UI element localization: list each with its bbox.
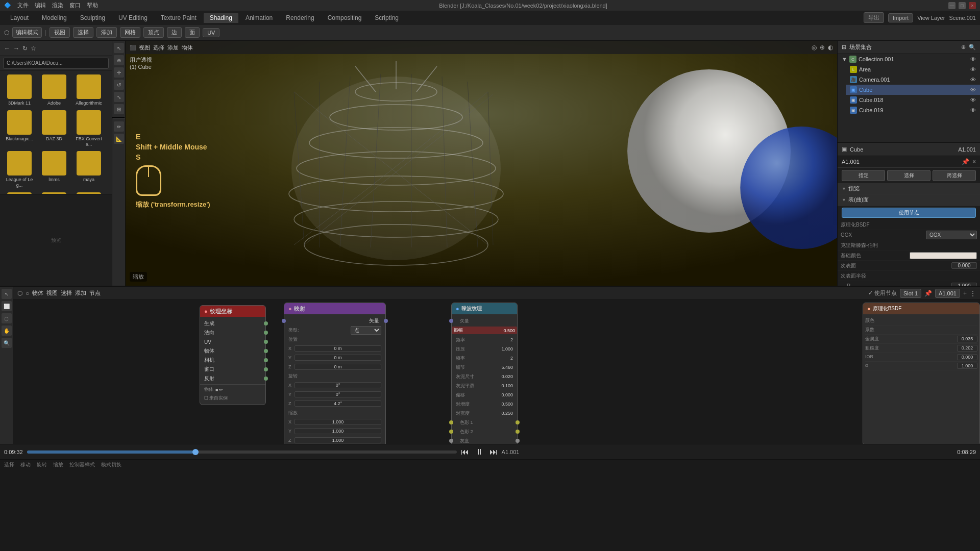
surface-section[interactable]: 表(曲)面 [838, 194, 980, 206]
node-canvas[interactable]: ● 纹理坐标 生成 法向 UV [13, 300, 980, 444]
cursor-tool[interactable]: ⊕ [114, 55, 124, 65]
mapping-sz-val[interactable]: 1.000 [295, 437, 381, 443]
texture-coord-node[interactable]: ● 纹理坐标 生成 法向 UV [200, 305, 266, 405]
file-item[interactable]: Blackmagic... [4, 110, 35, 147]
timeline-bar[interactable] [27, 450, 457, 454]
measure-tool[interactable]: 📐 [114, 134, 124, 144]
node-add-menu[interactable]: 添加 [75, 289, 86, 297]
tab-shading[interactable]: Shading [204, 13, 238, 23]
mapping-rz-val[interactable]: 4.2° [295, 400, 381, 407]
close-button[interactable]: × [969, 2, 976, 9]
edit-mode-select[interactable]: 编辑模式 [12, 27, 42, 38]
mat-x-icon[interactable]: × [972, 158, 976, 165]
node-zoom[interactable]: 🔍 [2, 338, 12, 348]
noise-out1-socket[interactable] [516, 420, 520, 424]
noise-in-socket[interactable] [449, 319, 453, 323]
outliner-item-camera[interactable]: 🎥 Camera.001 👁 [846, 74, 980, 85]
sub-r-value[interactable]: 1.000 [951, 283, 977, 286]
tc-generate-socket[interactable] [264, 321, 268, 325]
back-icon[interactable]: ← [4, 45, 10, 52]
mapping-sy-val[interactable]: 1.000 [295, 428, 381, 434]
annotate-tool[interactable]: ✏ [114, 121, 124, 132]
noise-color2-socket-in[interactable] [449, 430, 453, 434]
shading-select[interactable]: GGX [926, 231, 977, 239]
camera-visibility[interactable]: 👁 [970, 77, 976, 83]
base-color-row[interactable]: 基础颜色 [838, 251, 980, 261]
uv-button[interactable]: UV [203, 28, 219, 37]
play-backward-button[interactable]: ⏮ [461, 447, 469, 457]
vp-object-menu[interactable]: 物体 [182, 44, 193, 52]
node-pin-icon[interactable]: 📌 [924, 290, 932, 297]
node-view-menu[interactable]: 视图 [46, 289, 58, 297]
add-button[interactable]: 添加 [96, 27, 117, 38]
tc-reflect-socket[interactable] [264, 377, 268, 381]
vp-add-menu[interactable]: 添加 [167, 44, 179, 52]
mapping-sx-val[interactable]: 1.000 [295, 419, 381, 425]
material-name-field[interactable]: A1.001 [842, 159, 959, 165]
outliner-item-cube019[interactable]: ▣ Cube.019 👁 [846, 105, 980, 115]
bookmark-icon[interactable]: ☆ [31, 45, 36, 52]
tc-uv-socket[interactable] [264, 340, 268, 344]
cube018-visibility[interactable]: 👁 [970, 97, 976, 103]
file-item[interactable]: lmms [39, 151, 69, 188]
mapping-y-val[interactable]: 0 m [295, 355, 381, 361]
vp-shading-icon[interactable]: ◐ [828, 44, 833, 51]
face-button[interactable]: 面 [185, 27, 200, 38]
mesh-button[interactable]: 网格 [120, 27, 140, 38]
slot-select[interactable]: Slot 1 [900, 289, 921, 298]
rotate-tool[interactable]: ↺ [114, 80, 124, 90]
deselect-button[interactable]: 跨选择 [933, 170, 976, 181]
maximize-button[interactable]: □ [959, 2, 966, 9]
node-box-select[interactable]: ⬜ [2, 301, 12, 311]
outliner-item-cube018[interactable]: ▣ Cube.018 👁 [846, 95, 980, 105]
node-node-menu[interactable]: 节点 [89, 289, 101, 297]
outliner-item-cube[interactable]: ▣ Cube 👁 [846, 85, 980, 95]
path-bar[interactable]: C:\Users\KOALA\Docu... [3, 58, 109, 69]
outliner-item-collection[interactable]: ▼ C Collection.001 👁 [838, 54, 980, 64]
tab-animation[interactable]: Animation [239, 13, 279, 23]
minimize-button[interactable]: — [948, 2, 955, 9]
play-forward-button[interactable]: ⏭ [489, 447, 498, 457]
use-nodes-button[interactable]: 使用节点 [842, 208, 976, 218]
refresh-icon[interactable]: ↻ [22, 45, 28, 52]
transform-tool[interactable]: ⊞ [114, 104, 124, 114]
menu-window[interactable]: 窗口 [69, 2, 81, 9]
tab-rendering[interactable]: Rendering [280, 13, 320, 23]
vertex-button[interactable]: 顶点 [143, 27, 164, 38]
light-visibility[interactable]: 👁 [970, 66, 976, 72]
noise-node[interactable]: ● 噪波纹理 矢量 振幅 0.500 频率 [451, 303, 518, 444]
noise-grey-socket-in[interactable] [449, 439, 453, 443]
timeline-handle[interactable] [192, 449, 199, 455]
select-button[interactable]: 选择 [73, 27, 93, 38]
tc-normal-socket[interactable] [264, 331, 268, 335]
preview-section[interactable]: 预览 [838, 183, 980, 194]
play-button[interactable]: ⏸ [475, 447, 483, 457]
mapping-node[interactable]: ● 映射 矢量 类型: 点 [284, 303, 386, 444]
outliner-item-area[interactable]: L Area 👁 [846, 64, 980, 74]
mapping-rx-val[interactable]: 0° [295, 382, 381, 388]
node-browse-btn[interactable]: ⋮ [970, 290, 976, 297]
file-item[interactable]: 3DMark 11 [4, 74, 35, 106]
select-tool[interactable]: ↖ [114, 43, 124, 53]
tc-camera-socket[interactable] [264, 358, 268, 362]
vp-view-menu[interactable]: 视图 [139, 44, 150, 52]
node-new-btn[interactable]: + [963, 290, 967, 297]
node-hand[interactable]: ✋ [2, 325, 12, 336]
file-item[interactable]: League of Leg... [4, 151, 35, 188]
outliner-filter[interactable]: ⊕ [961, 44, 966, 51]
outliner-search[interactable]: 🔍 [969, 44, 976, 51]
vp-overlay-icon[interactable]: ◎ [812, 44, 817, 51]
forward-icon[interactable]: → [13, 45, 19, 52]
cube-visibility[interactable]: 👁 [970, 87, 976, 93]
tab-layout[interactable]: Layout [4, 13, 35, 23]
node-lasso[interactable]: ◌ [2, 313, 12, 323]
select-shading-button[interactable]: 选择 [887, 170, 930, 181]
export-button[interactable]: 导出 [864, 12, 884, 23]
tc-eyedropper[interactable]: ✏ [219, 387, 223, 392]
menu-file[interactable]: 文件 [17, 2, 29, 9]
view-button[interactable]: 视图 [50, 27, 70, 38]
cube019-visibility[interactable]: 👁 [970, 107, 976, 113]
move-tool[interactable]: ✛ [114, 67, 124, 78]
file-item[interactable]: FBX Converte... [74, 110, 104, 147]
vp-gizmo-icon[interactable]: ⊕ [820, 44, 825, 51]
